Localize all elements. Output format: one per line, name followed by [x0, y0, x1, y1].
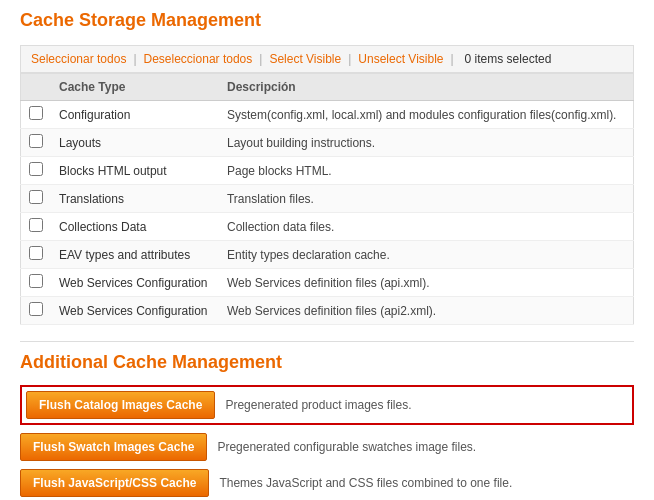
cache-table: Cache Type Descripción ConfigurationSyst… — [20, 73, 634, 325]
row-cache-type: Web Services Configuration — [51, 269, 219, 297]
row-description: Entity types declaration cache. — [219, 241, 634, 269]
row-checkbox[interactable] — [29, 162, 43, 176]
row-checkbox[interactable] — [29, 302, 43, 316]
row-description: System(config.xml, local.xml) and module… — [219, 101, 634, 129]
table-row: EAV types and attributesEntity types dec… — [21, 241, 634, 269]
additional-row: Flush Swatch Images CachePregenerated co… — [20, 433, 634, 461]
row-cache-type: Layouts — [51, 129, 219, 157]
row-checkbox-cell — [21, 297, 52, 325]
deselect-all-link[interactable]: Deseleccionar todos — [144, 52, 253, 66]
additional-title: Additional Cache Management — [20, 352, 634, 373]
row-checkbox-cell — [21, 241, 52, 269]
row-description: Translation files. — [219, 185, 634, 213]
row-description: Layout building instructions. — [219, 129, 634, 157]
row-cache-type: Translations — [51, 185, 219, 213]
row-checkbox[interactable] — [29, 134, 43, 148]
table-row: Web Services ConfigurationWeb Services d… — [21, 269, 634, 297]
toolbar: Seleccionar todos | Deseleccionar todos … — [20, 45, 634, 73]
additional-row-desc-0: Pregenerated product images files. — [225, 398, 411, 412]
table-header-row: Cache Type Descripción — [21, 74, 634, 101]
row-description: Web Services definition files (api2.xml)… — [219, 297, 634, 325]
sep-4: | — [450, 52, 453, 66]
row-cache-type: EAV types and attributes — [51, 241, 219, 269]
row-cache-type: Collections Data — [51, 213, 219, 241]
page-wrapper: Cache Storage Management Seleccionar tod… — [0, 0, 654, 500]
row-checkbox-cell — [21, 129, 52, 157]
additional-row: Flush JavaScript/CSS CacheThemes JavaScr… — [20, 469, 634, 497]
main-title: Cache Storage Management — [20, 10, 634, 35]
row-checkbox[interactable] — [29, 190, 43, 204]
select-visible-link[interactable]: Select Visible — [269, 52, 341, 66]
row-cache-type: Configuration — [51, 101, 219, 129]
row-checkbox[interactable] — [29, 274, 43, 288]
row-checkbox-cell — [21, 185, 52, 213]
flush-button-0[interactable]: Flush Catalog Images Cache — [26, 391, 215, 419]
row-checkbox[interactable] — [29, 106, 43, 120]
unselect-visible-link[interactable]: Unselect Visible — [358, 52, 443, 66]
flush-button-2[interactable]: Flush JavaScript/CSS Cache — [20, 469, 209, 497]
col-header-description: Descripción — [219, 74, 634, 101]
sep-2: | — [259, 52, 262, 66]
row-description: Page blocks HTML. — [219, 157, 634, 185]
row-cache-type: Blocks HTML output — [51, 157, 219, 185]
additional-items: Flush Catalog Images CachePregenerated p… — [20, 385, 634, 497]
flush-button-1[interactable]: Flush Swatch Images Cache — [20, 433, 207, 461]
additional-row-desc-1: Pregenerated configurable swatches image… — [217, 440, 476, 454]
table-row: Blocks HTML outputPage blocks HTML. — [21, 157, 634, 185]
row-description: Collection data files. — [219, 213, 634, 241]
additional-row: Flush Catalog Images CachePregenerated p… — [20, 385, 634, 425]
row-checkbox-cell — [21, 101, 52, 129]
row-checkbox[interactable] — [29, 218, 43, 232]
row-checkbox-cell — [21, 269, 52, 297]
row-cache-type: Web Services Configuration — [51, 297, 219, 325]
col-header-cache-type: Cache Type — [51, 74, 219, 101]
row-checkbox-cell — [21, 213, 52, 241]
sep-1: | — [133, 52, 136, 66]
additional-row-desc-2: Themes JavaScript and CSS files combined… — [219, 476, 512, 490]
col-header-checkbox — [21, 74, 52, 101]
table-row: ConfigurationSystem(config.xml, local.xm… — [21, 101, 634, 129]
row-checkbox-cell — [21, 157, 52, 185]
row-description: Web Services definition files (api.xml). — [219, 269, 634, 297]
select-all-link[interactable]: Seleccionar todos — [31, 52, 126, 66]
row-checkbox[interactable] — [29, 246, 43, 260]
items-selected-info: 0 items selected — [465, 52, 552, 66]
table-row: Collections DataCollection data files. — [21, 213, 634, 241]
sep-3: | — [348, 52, 351, 66]
table-row: LayoutsLayout building instructions. — [21, 129, 634, 157]
cache-table-body: ConfigurationSystem(config.xml, local.xm… — [21, 101, 634, 325]
table-row: Web Services ConfigurationWeb Services d… — [21, 297, 634, 325]
table-row: TranslationsTranslation files. — [21, 185, 634, 213]
section-divider — [20, 341, 634, 342]
